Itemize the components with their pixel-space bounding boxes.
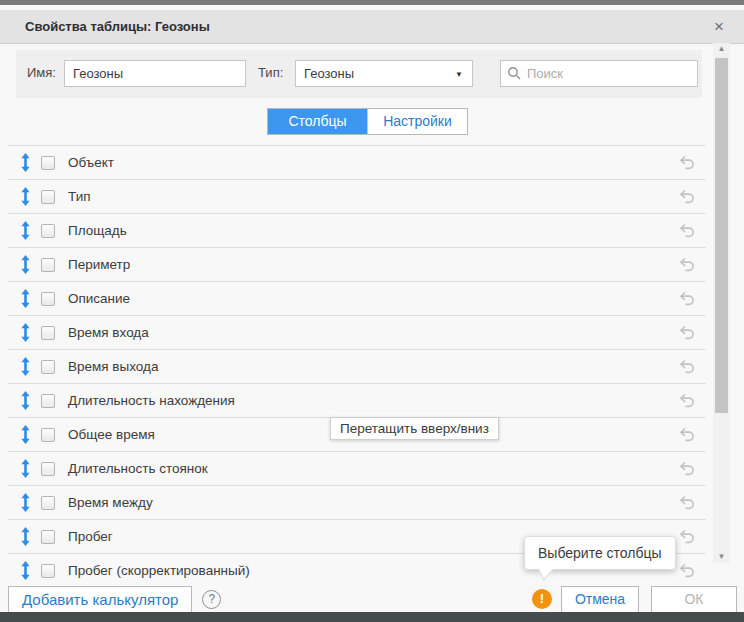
column-label: Длительность стоянок bbox=[68, 461, 208, 476]
undo-icon[interactable] bbox=[678, 257, 695, 273]
column-row: Длительность стоянок bbox=[8, 451, 706, 485]
column-label: Время между bbox=[68, 495, 153, 510]
column-row: Периметр bbox=[8, 247, 706, 281]
column-label: Описание bbox=[68, 291, 130, 306]
column-checkbox[interactable] bbox=[41, 496, 55, 510]
drag-handle-icon[interactable] bbox=[18, 187, 32, 206]
screen: Свойства таблицы: Геозоны × Имя: Тип: Ге… bbox=[0, 0, 744, 622]
column-label: Пробег (скорректированный) bbox=[68, 563, 250, 578]
column-checkbox[interactable] bbox=[41, 428, 55, 442]
drag-handle-icon[interactable] bbox=[18, 221, 32, 240]
drag-handle-icon[interactable] bbox=[18, 425, 32, 444]
undo-icon[interactable] bbox=[678, 495, 695, 511]
drag-handle-icon[interactable] bbox=[18, 561, 32, 580]
column-checkbox[interactable] bbox=[41, 530, 55, 544]
name-input[interactable] bbox=[64, 60, 246, 87]
type-select-value: Геозоны bbox=[304, 66, 354, 81]
ok-button-disabled[interactable]: ОК bbox=[651, 586, 737, 613]
column-checkbox[interactable] bbox=[41, 394, 55, 408]
drag-handle-icon[interactable] bbox=[18, 493, 32, 512]
close-icon[interactable]: × bbox=[706, 10, 732, 44]
column-checkbox[interactable] bbox=[41, 564, 55, 578]
column-checkbox[interactable] bbox=[41, 326, 55, 340]
add-calculator-button[interactable]: Добавить калькулятор bbox=[8, 586, 192, 613]
scroll-down-icon[interactable]: ▼ bbox=[713, 551, 730, 563]
column-row: Площадь bbox=[8, 213, 706, 247]
column-row: Тип bbox=[8, 179, 706, 213]
column-checkbox[interactable] bbox=[41, 224, 55, 238]
scrollbar-thumb[interactable] bbox=[715, 58, 728, 413]
warning-icon: ! bbox=[532, 589, 552, 609]
undo-icon[interactable] bbox=[678, 461, 695, 477]
drag-handle-icon[interactable] bbox=[18, 391, 32, 410]
undo-icon[interactable] bbox=[678, 529, 695, 545]
undo-icon[interactable] bbox=[678, 189, 695, 205]
drag-handle-icon[interactable] bbox=[18, 323, 32, 342]
column-label: Длительность нахождения bbox=[68, 393, 235, 408]
drag-handle-icon[interactable] bbox=[18, 289, 32, 308]
type-select[interactable]: Геозоны ▼ bbox=[295, 60, 473, 87]
column-label: Объект bbox=[68, 155, 114, 170]
column-row: Время между bbox=[8, 485, 706, 519]
column-row: Длительность нахождения bbox=[8, 383, 706, 417]
scroll-up-icon[interactable]: ▲ bbox=[713, 43, 730, 55]
column-checkbox[interactable] bbox=[41, 360, 55, 374]
column-label: Время выхода bbox=[68, 359, 158, 374]
column-row: Время входа bbox=[8, 315, 706, 349]
drag-handle-icon[interactable] bbox=[18, 527, 32, 546]
tab-settings[interactable]: Настройки bbox=[367, 109, 467, 134]
drag-handle-icon[interactable] bbox=[18, 255, 32, 274]
column-label: Периметр bbox=[68, 257, 130, 272]
column-checkbox[interactable] bbox=[41, 190, 55, 204]
column-label: Тип bbox=[68, 189, 91, 204]
search-box bbox=[500, 60, 698, 87]
select-columns-tooltip: Выберите столбцы bbox=[524, 536, 676, 570]
column-label: Время входа bbox=[68, 325, 149, 340]
undo-icon[interactable] bbox=[678, 291, 695, 307]
column-row: Время выхода bbox=[8, 349, 706, 383]
form-band: Имя: Тип: Геозоны ▼ bbox=[16, 50, 702, 98]
column-row: Описание bbox=[8, 281, 706, 315]
tab-columns[interactable]: Столбцы bbox=[268, 109, 367, 134]
dialog-title: Свойства таблицы: Геозоны bbox=[25, 10, 210, 44]
column-checkbox[interactable] bbox=[41, 462, 55, 476]
drag-tooltip: Перетащить вверх/вниз bbox=[330, 417, 499, 440]
search-input[interactable] bbox=[501, 61, 697, 86]
column-label: Площадь bbox=[68, 223, 127, 238]
table-properties-dialog: Свойства таблицы: Геозоны × Имя: Тип: Ге… bbox=[0, 5, 744, 612]
column-row: Объект bbox=[8, 145, 706, 179]
column-checkbox[interactable] bbox=[41, 292, 55, 306]
drag-handle-icon[interactable] bbox=[18, 153, 32, 172]
name-label: Имя: bbox=[27, 65, 56, 80]
drag-handle-icon[interactable] bbox=[18, 459, 32, 478]
undo-icon[interactable] bbox=[678, 155, 695, 171]
column-checkbox[interactable] bbox=[41, 156, 55, 170]
undo-icon[interactable] bbox=[678, 359, 695, 375]
column-label: Пробег bbox=[68, 529, 113, 544]
column-checkbox[interactable] bbox=[41, 258, 55, 272]
drag-handle-icon[interactable] bbox=[18, 357, 32, 376]
chevron-down-icon: ▼ bbox=[455, 70, 463, 79]
columns-list: Объект Тип Площадь Периметр bbox=[0, 145, 744, 587]
undo-icon[interactable] bbox=[678, 223, 695, 239]
column-label: Общее время bbox=[68, 427, 155, 442]
background-page-strip bbox=[0, 612, 744, 622]
undo-icon[interactable] bbox=[678, 563, 695, 579]
undo-icon[interactable] bbox=[678, 427, 695, 443]
tab-bar: Столбцы Настройки bbox=[267, 108, 468, 135]
undo-icon[interactable] bbox=[678, 325, 695, 341]
help-icon[interactable]: ? bbox=[202, 590, 221, 609]
cancel-button[interactable]: Отмена bbox=[561, 586, 639, 613]
undo-icon[interactable] bbox=[678, 393, 695, 409]
type-label: Тип: bbox=[258, 65, 283, 80]
